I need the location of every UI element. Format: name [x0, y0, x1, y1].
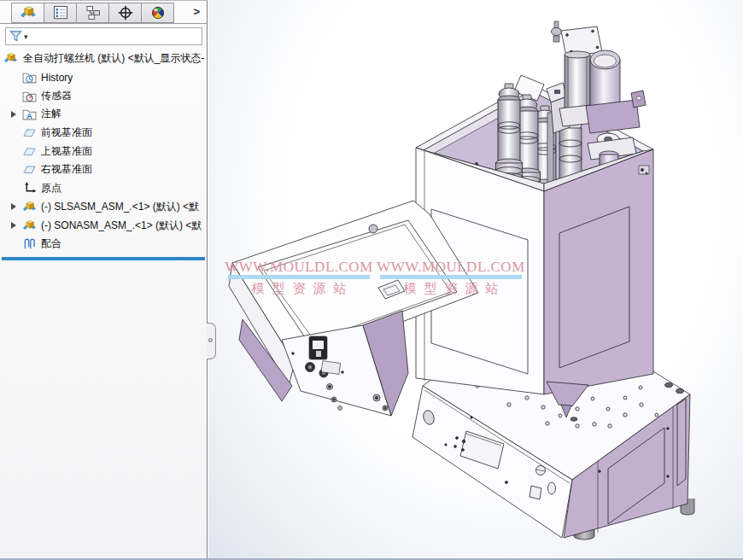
sensors-folder-icon — [22, 89, 37, 103]
tree-item-label: (-) SLSASM_ASM_.<1> (默认) <默 — [41, 200, 199, 214]
history-folder-icon — [22, 70, 37, 85]
tree-item-label: 原点 — [41, 181, 61, 195]
history-folder-icon — [22, 70, 37, 85]
component-icon — [22, 219, 37, 233]
panel-tab-dimxpertmanager[interactable] — [108, 3, 142, 23]
expand-arrow-icon[interactable] — [11, 111, 16, 118]
component-icon — [22, 200, 37, 214]
watermark-cn-text: 模型资源站 — [375, 281, 527, 295]
tree-item-1[interactable]: History — [0, 68, 207, 87]
component-icon — [22, 200, 37, 214]
plane-icon — [22, 162, 37, 177]
expand-arrow-icon[interactable] — [11, 203, 16, 210]
tree-item-label: (-) SONASM_ASM_.<1> (默认) <默 — [41, 219, 202, 233]
plane-icon — [22, 144, 37, 159]
panel-tab-displaymanager[interactable] — [141, 3, 174, 23]
filter-row: ▾ — [0, 24, 207, 48]
panel-tab-propertymanager[interactable] — [44, 3, 77, 23]
watermark-underline-bar — [228, 275, 370, 279]
plane-icon — [22, 144, 37, 159]
filter-input[interactable]: ▾ — [5, 27, 202, 45]
sensors-folder-icon — [22, 89, 37, 103]
tree-item-label: 全自动打螺丝机 (默认) <默认_显示状态- — [23, 51, 204, 66]
watermark-url-text: WWW.MOULDL.COM — [223, 260, 375, 274]
panel-tab-configurationmanager[interactable] — [76, 3, 109, 23]
tree-item-label: 配合 — [41, 236, 61, 251]
mates-icon — [22, 236, 37, 251]
origin-icon — [22, 181, 37, 195]
solidworks-window: { "panel": { "tabs": [ {"icon": "feature… — [0, 0, 743, 560]
plane-icon — [22, 125, 37, 140]
watermark-underline-bar — [380, 275, 522, 279]
mates-icon — [22, 236, 37, 251]
tree-item-5[interactable]: 上视基准面 — [0, 142, 207, 160]
tree-item-10[interactable]: 配合 — [0, 235, 207, 254]
tree-item-label: History — [41, 72, 73, 84]
assembly-icon — [3, 51, 18, 66]
featuremanager-tree-icon — [20, 4, 37, 21]
dimxpertmanager-icon — [117, 4, 134, 21]
filter-funnel-icon — [9, 30, 22, 43]
tree-item-label: 注解 — [41, 107, 61, 121]
tree-item-3[interactable]: 注解 — [0, 105, 207, 124]
plane-icon — [22, 162, 37, 177]
tree-item-label: 右视基准面 — [41, 162, 92, 177]
tree-item-root[interactable]: 全自动打螺丝机 (默认) <默认_显示状态- — [0, 50, 207, 68]
featuremanager-panel: > ▾ 全自动打螺丝机 (默认) <默认_显示状态-History传感器注解前视… — [0, 0, 208, 560]
plane-icon — [22, 125, 37, 140]
tree-item-4[interactable]: 前视基准面 — [0, 124, 207, 143]
tab-overflow-chevron-icon[interactable]: > — [193, 5, 200, 18]
assembly-icon — [3, 51, 19, 67]
tree-item-7[interactable]: 原点 — [0, 179, 207, 198]
filter-dropdown-caret-icon[interactable]: ▾ — [24, 32, 28, 41]
panel-tab-featuremanager-tree[interactable] — [11, 3, 44, 23]
propertymanager-icon — [52, 4, 69, 21]
tree-item-6[interactable]: 右视基准面 — [0, 160, 207, 179]
annotations-folder-icon — [22, 107, 37, 121]
watermark-cn-text: 模型资源站 — [223, 281, 375, 295]
tree-item-9[interactable]: (-) SONASM_ASM_.<1> (默认) <默 — [0, 216, 207, 235]
expand-arrow-icon[interactable] — [11, 222, 16, 229]
tree-rollback-bar[interactable] — [2, 257, 205, 260]
watermark-1: WWW.MOULDL.COM模型资源站 — [223, 260, 375, 295]
feature-tree: 全自动打螺丝机 (默认) <默认_显示状态-History传感器注解前视基准面上… — [0, 48, 207, 260]
tree-item-8[interactable]: (-) SLSASM_ASM_.<1> (默认) <默 — [0, 198, 207, 217]
panel-collapse-handle[interactable] — [207, 323, 216, 359]
configurationmanager-icon — [85, 4, 102, 21]
panel-tab-bar: > — [0, 1, 207, 24]
tree-item-label: 前视基准面 — [41, 125, 92, 140]
handle-dot-icon — [208, 338, 213, 342]
watermark-2: WWW.MOULDL.COM模型资源站 — [375, 260, 527, 295]
annotations-folder-icon — [22, 107, 37, 121]
watermark-url-text: WWW.MOULDL.COM — [375, 260, 527, 274]
tree-item-label: 传感器 — [41, 89, 72, 103]
graphics-viewport[interactable]: WWW.MOULDL.COM模型资源站WWW.MOULDL.COM模型资源站 — [208, 0, 743, 560]
component-icon — [22, 219, 37, 233]
origin-icon — [22, 181, 37, 195]
tree-item-label: 上视基准面 — [41, 144, 92, 159]
tree-item-2[interactable]: 传感器 — [0, 86, 207, 105]
displaymanager-icon — [149, 4, 167, 21]
